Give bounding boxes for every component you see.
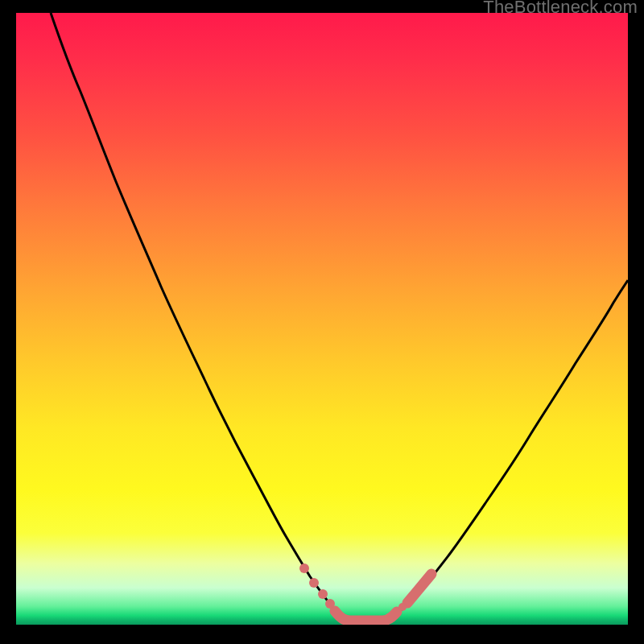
- curve-left: [51, 13, 346, 621]
- accent-dot: [299, 564, 309, 573]
- accent-dot: [309, 578, 319, 588]
- chart-svg: [16, 13, 628, 625]
- accent-dot: [325, 599, 335, 609]
- accent-valley: [335, 611, 397, 621]
- watermark-text: TheBottleneck.com: [483, 0, 638, 18]
- chart-frame: TheBottleneck.com: [0, 0, 644, 644]
- plot-area: [16, 13, 628, 625]
- curve-right: [386, 280, 628, 621]
- accent-right-run: [407, 574, 431, 603]
- accent-dot: [398, 603, 407, 611]
- accent-dot: [318, 589, 328, 599]
